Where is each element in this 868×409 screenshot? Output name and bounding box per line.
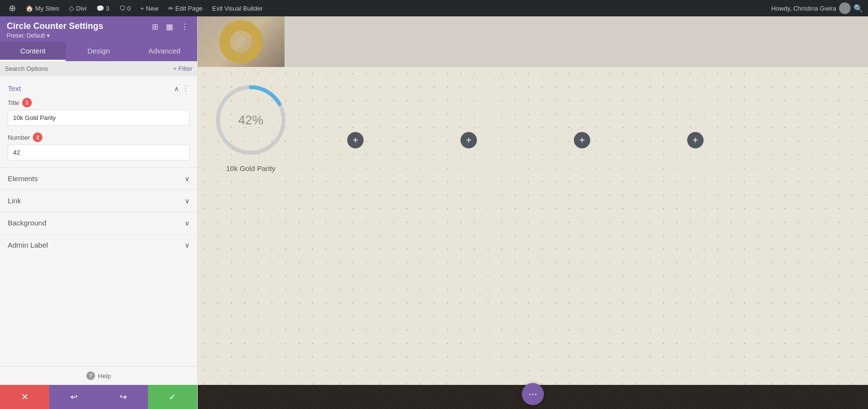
float-action-button[interactable]: ··· xyxy=(522,383,544,405)
comment-count: 3 xyxy=(106,5,109,12)
filter-label: + Filter xyxy=(173,65,192,72)
circle-title-label: 10k Gold Parity xyxy=(226,164,276,172)
panel-icon-btn-dots[interactable]: ⋮ xyxy=(179,21,190,32)
background-chevron-icon: ∨ xyxy=(185,219,190,227)
add-col-btn-3[interactable]: + xyxy=(574,132,590,148)
number-badge: 2 xyxy=(33,132,42,142)
wp-icon: ⊕ xyxy=(9,3,16,13)
canvas-area: 42% 10k Gold Parity + + + + ··· xyxy=(198,16,868,409)
panel-icon-btn-square[interactable]: ⊞ xyxy=(150,21,160,32)
bubble-icon: 💬 xyxy=(96,5,104,12)
circle-svg-wrapper: 42% xyxy=(212,81,289,158)
panel-tabs: Content Design Advanced xyxy=(0,42,197,61)
help-circle-icon: ? xyxy=(86,371,95,380)
my-sites-item[interactable]: 🏠 My Sites xyxy=(22,0,63,16)
text-section: Text ∧ ⋮ Title 1 N xyxy=(0,76,197,167)
canvas-main: 42% 10k Gold Parity + + + + xyxy=(198,67,868,385)
comments-item[interactable]: 💬 3 xyxy=(93,0,113,16)
home-icon: 🏠 xyxy=(26,5,33,12)
add-col-btn-2[interactable]: + xyxy=(461,132,477,148)
divi-icon: ◇ xyxy=(69,4,74,12)
left-panel: Circle Counter Settings ⊞ ▦ ⋮ Preset: De… xyxy=(0,16,198,409)
elements-section-title: Elements xyxy=(8,174,38,183)
tab-design[interactable]: Design xyxy=(66,42,131,61)
title-badge: 1 xyxy=(22,98,32,107)
background-section: Background ∨ xyxy=(0,211,197,234)
tab-content[interactable]: Content xyxy=(0,42,66,61)
exit-vb-label: Exit Visual Builder xyxy=(212,5,263,12)
search-icon[interactable]: 🔍 xyxy=(854,4,863,13)
elements-chevron-icon: ∨ xyxy=(185,175,190,183)
float-dots-icon: ··· xyxy=(529,388,537,400)
pencil-icon: ✏ xyxy=(168,5,174,12)
percentage-display: 42% xyxy=(238,113,263,128)
link-section: Link ∨ xyxy=(0,189,197,211)
plus-icon: + xyxy=(140,5,144,12)
admin-label-section-title: Admin Label xyxy=(8,241,48,249)
cancel-button[interactable]: ✕ xyxy=(0,385,49,409)
admin-label-section-header[interactable]: Admin Label ∨ xyxy=(8,234,190,256)
number-label-text: Number xyxy=(8,134,30,141)
title-field-group: Title 1 xyxy=(0,98,197,132)
background-section-header[interactable]: Background ∨ xyxy=(8,212,190,234)
text-section-title: Text xyxy=(8,84,21,92)
exit-visual-builder-item[interactable]: Exit Visual Builder xyxy=(208,5,267,12)
image-thumbnail xyxy=(198,16,285,67)
panel-header: Circle Counter Settings ⊞ ▦ ⋮ Preset: De… xyxy=(0,16,197,42)
elements-section: Elements ∨ xyxy=(0,167,197,189)
cancel-icon: ✕ xyxy=(21,392,28,402)
text-section-header[interactable]: Text ∧ ⋮ xyxy=(0,76,197,98)
filter-button[interactable]: + Filter xyxy=(173,65,192,72)
panel-icon-btn-grid[interactable]: ▦ xyxy=(164,21,175,32)
title-input[interactable] xyxy=(8,110,190,126)
undo-button[interactable]: ↩ xyxy=(49,385,98,409)
text-dots-icon[interactable]: ⋮ xyxy=(182,84,190,93)
title-label-text: Title xyxy=(8,99,19,106)
admin-label-chevron-icon: ∨ xyxy=(185,241,190,249)
elements-section-header[interactable]: Elements ∨ xyxy=(8,168,190,189)
user-avatar[interactable] xyxy=(839,2,851,14)
background-section-title: Background xyxy=(8,219,46,227)
edit-page-label: Edit Page xyxy=(176,5,203,12)
admin-bar-right: Howdy, Christina Gwira 🔍 xyxy=(771,2,863,14)
divi-label: Divi xyxy=(76,5,87,12)
bubble2-icon: 🗨 xyxy=(119,5,125,12)
canvas-bottom-bar: ··· xyxy=(198,385,868,409)
redo-button[interactable]: ↪ xyxy=(99,385,148,409)
save-button[interactable]: ✓ xyxy=(148,385,197,409)
divi-item[interactable]: ◇ Divi xyxy=(65,0,91,16)
title-field-label: Title 1 xyxy=(8,98,190,107)
main-layout: Circle Counter Settings ⊞ ▦ ⋮ Preset: De… xyxy=(0,16,868,409)
text-section-controls: ∧ ⋮ xyxy=(174,84,190,93)
add-col-btn-1[interactable]: + xyxy=(347,132,364,148)
comments2-item[interactable]: 🗨 0 xyxy=(115,0,135,16)
add-col-btn-4[interactable]: + xyxy=(687,132,704,148)
redo-icon: ↪ xyxy=(120,392,127,402)
howdy-label: Howdy, Christina Gwira xyxy=(771,5,836,12)
number-field-group: Number 2 xyxy=(0,132,197,167)
my-sites-label: My Sites xyxy=(35,5,59,12)
save-icon: ✓ xyxy=(169,392,176,402)
panel-content: Text ∧ ⋮ Title 1 N xyxy=(0,76,197,366)
wp-logo-item[interactable]: ⊕ xyxy=(5,0,20,16)
search-input[interactable] xyxy=(5,65,170,72)
admin-label-section: Admin Label ∨ xyxy=(0,234,197,256)
number-field-label: Number 2 xyxy=(8,132,190,142)
canvas-top-strip xyxy=(198,16,868,67)
tab-advanced[interactable]: Advanced xyxy=(132,42,197,61)
preset-label[interactable]: Preset: Default ▾ xyxy=(7,32,190,39)
new-item[interactable]: + New xyxy=(136,0,163,16)
undo-icon: ↩ xyxy=(70,392,78,402)
help-label: Help xyxy=(98,372,111,380)
number-input[interactable] xyxy=(8,145,190,160)
search-bar: + Filter xyxy=(0,61,197,76)
new-label: New xyxy=(146,5,159,12)
circle-counter-widget: 42% 10k Gold Parity xyxy=(212,81,289,172)
text-chevron-icon: ∧ xyxy=(174,85,179,92)
help-bar: ? Help xyxy=(0,366,197,385)
link-section-title: Link xyxy=(8,197,21,205)
link-section-header[interactable]: Link ∨ xyxy=(8,190,190,211)
edit-page-item[interactable]: ✏ Edit Page xyxy=(164,0,206,16)
link-chevron-icon: ∨ xyxy=(185,197,190,205)
action-bar: ✕ ↩ ↪ ✓ xyxy=(0,385,197,409)
